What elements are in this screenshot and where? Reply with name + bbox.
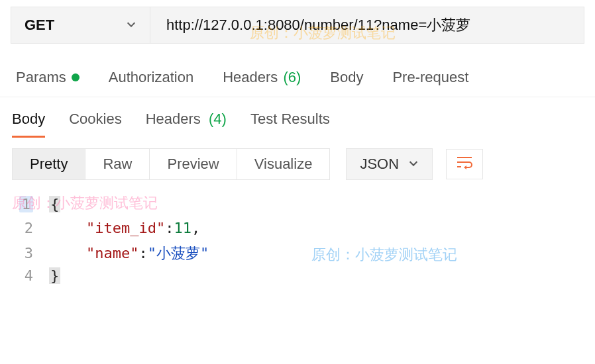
tab-label: Pre-request [392,69,468,86]
line-number: 4 [12,267,49,284]
tab-label: Params [16,69,66,86]
code-line: 3 "name": "小菠萝" [12,244,583,267]
view-pretty[interactable]: Pretty [13,149,85,179]
request-bar: GET 原创：小菠萝测试笔记 [0,0,595,50]
view-label: Raw [103,156,132,172]
chevron-down-icon [408,156,419,173]
tab-params[interactable]: Params [16,69,80,86]
wrap-lines-button[interactable] [446,149,483,179]
view-preview[interactable]: Preview [150,149,237,179]
tab-label: Headers [146,111,201,127]
view-label: Preview [167,156,219,172]
tab-authorization[interactable]: Authorization [109,69,193,86]
tab-headers[interactable]: Headers (6) [223,69,301,86]
tab-label: Body [12,111,45,127]
tab-label: Headers [223,69,278,86]
wrap-icon [456,155,473,173]
request-tabs: Params Authorization Headers (6) Body Pr… [0,50,595,97]
line-number: 1 [12,196,49,212]
headers-count: (6) [283,69,301,86]
res-tab-cookies[interactable]: Cookies [69,111,121,138]
code-line: 2 "item_id": 11, [12,220,583,244]
res-tab-body[interactable]: Body [12,111,45,138]
line-number: 2 [12,220,49,236]
tab-label: Test Results [250,111,330,127]
code-token: : [138,245,147,261]
headers-count: (4) [209,111,227,127]
format-label: JSON [360,156,399,173]
url-field-wrapper: 原创：小菠萝测试笔记 [150,7,584,44]
http-method-label: GET [25,17,54,34]
code-token: : [165,220,174,236]
tab-label: Cookies [69,111,121,127]
code-token: } [49,267,60,284]
tab-prerequest[interactable]: Pre-request [392,69,468,86]
tab-body[interactable]: Body [330,69,363,86]
status-dot-icon [72,73,80,81]
res-tab-tests[interactable]: Test Results [250,111,330,138]
view-label: Visualize [254,156,313,172]
http-method-select[interactable]: GET [11,7,150,44]
view-visualize[interactable]: Visualize [237,149,330,179]
response-tabs: Body Cookies Headers (4) Test Results [0,97,595,138]
tab-label: Body [330,69,363,86]
code-line: 4 } [12,267,583,291]
code-token: "name" [86,245,138,261]
code-token: { [49,196,60,212]
view-mode-row: Pretty Raw Preview Visualize JSON [0,138,595,191]
response-body[interactable]: 原创：小菠萝测试笔记 原创：小菠萝测试笔记 1 { 2 "item_id": 1… [0,191,595,296]
code-token: 11 [174,220,191,236]
chevron-down-icon [126,17,136,34]
code-token: , [191,220,200,236]
code-token: "item_id" [86,220,165,236]
format-select[interactable]: JSON [346,148,433,180]
view-label: Pretty [30,156,68,172]
tab-label: Authorization [109,69,193,86]
view-raw[interactable]: Raw [85,149,150,179]
url-input[interactable] [166,17,568,34]
res-tab-headers[interactable]: Headers (4) [146,111,227,138]
view-mode-tabs: Pretty Raw Preview Visualize [12,148,330,180]
code-line: 1 { [12,196,583,220]
code-token: "小菠萝" [148,244,209,263]
line-number: 3 [12,245,49,261]
